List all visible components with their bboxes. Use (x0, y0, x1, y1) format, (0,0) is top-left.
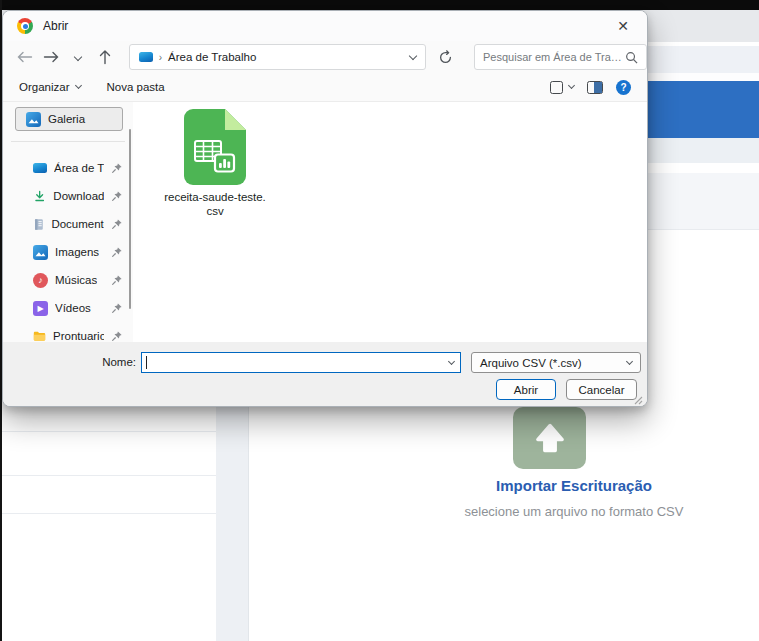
sidebar-item-prontuarios[interactable]: Prontuarios (3, 322, 133, 342)
sidebar-item-downloads[interactable]: Downloads (3, 182, 133, 210)
pin-icon[interactable] (111, 190, 123, 202)
sidebar-scrollbar[interactable] (129, 129, 132, 309)
pin-icon[interactable] (111, 218, 123, 230)
help-button[interactable]: ? (616, 80, 631, 95)
divider (11, 141, 125, 142)
import-title: Importar Escrituração (394, 477, 754, 494)
filetype-value: Arquivo CSV (*.csv) (480, 357, 582, 369)
pin-icon[interactable] (111, 330, 123, 342)
new-folder-button[interactable]: Nova pasta (107, 81, 165, 93)
sidebar-item-label: Vídeos (55, 302, 91, 314)
dialog-content: Galeria Área de Trab Downloads Documento… (3, 102, 647, 342)
pin-icon[interactable] (111, 162, 123, 174)
divider (0, 513, 216, 514)
pin-icon[interactable] (111, 246, 123, 258)
breadcrumb[interactable]: Área de Trabalho (168, 51, 256, 63)
chevron-down-icon (626, 357, 633, 364)
up-icon[interactable] (95, 46, 115, 68)
cancel-button[interactable]: Cancelar (566, 379, 637, 400)
search-icon (625, 51, 638, 64)
breadcrumb-separator: › (159, 52, 162, 63)
sidebar-item-label: Prontuarios (53, 330, 104, 342)
top-black-strip (0, 0, 759, 10)
dialog-sidebar: Galeria Área de Trab Downloads Documento… (3, 102, 133, 342)
image-icon (26, 112, 41, 127)
import-subtitle: selecione um arquivo no formato CSV (394, 504, 754, 519)
page-sidebar: Plano de Contas Escrituração Avalie este… (0, 395, 216, 641)
search-placeholder: Pesquisar em Área de Traba... (483, 51, 625, 63)
dialog-titlebar: Abrir ✕ (3, 11, 647, 41)
resize-grip[interactable] (634, 396, 643, 405)
upload-icon[interactable] (513, 407, 586, 469)
download-icon (33, 189, 46, 204)
organize-label: Organizar (19, 81, 70, 93)
open-button-label: Abrir (514, 384, 538, 396)
folder-icon (33, 329, 46, 342)
search-input[interactable]: Pesquisar em Área de Traba... (474, 44, 647, 70)
csv-file-icon (184, 109, 246, 185)
preview-pane-icon (587, 81, 603, 94)
chevron-down-icon (74, 82, 81, 89)
open-button[interactable]: Abrir (496, 379, 556, 400)
sidebar-item-pictures[interactable]: Imagens (3, 238, 133, 266)
address-dropdown-icon[interactable] (409, 51, 417, 59)
music-icon: ♪ (33, 273, 48, 288)
organize-button[interactable]: Organizar (19, 81, 81, 93)
up-arrow-icon (527, 417, 573, 459)
filename-label: Nome: (96, 356, 136, 368)
pin-icon[interactable] (111, 274, 123, 286)
pin-icon[interactable] (111, 302, 123, 314)
cancel-button-label: Cancelar (578, 384, 624, 396)
filename-input[interactable] (141, 352, 461, 373)
desktop-icon (33, 163, 47, 174)
sidebar-item-videos[interactable]: ▶ Vídeos (3, 294, 133, 322)
file-item-csv[interactable]: receita-saude-teste.csv (153, 109, 277, 219)
views-icon (550, 81, 563, 94)
new-folder-label: Nova pasta (107, 81, 165, 93)
page-gutter (216, 400, 248, 641)
open-file-dialog: Abrir ✕ › Área de Trabalho (2, 10, 648, 407)
document-icon (33, 217, 44, 232)
sidebar-item-music[interactable]: ♪ Músicas (3, 266, 133, 294)
chevron-down-icon (448, 357, 455, 364)
filetype-select[interactable]: Arquivo CSV (*.csv) (471, 352, 641, 373)
address-bar[interactable]: › Área de Trabalho (129, 44, 427, 70)
back-icon[interactable] (15, 46, 35, 68)
sidebar-item-label: Downloads (53, 190, 104, 202)
dialog-navbar: › Área de Trabalho Pesquisar em Área de … (3, 41, 647, 73)
help-icon: ? (616, 80, 631, 95)
sidebar-item-documents[interactable]: Documentos (3, 210, 133, 238)
page-content-card (248, 400, 759, 641)
file-name: receita-saude-teste.csv (163, 190, 267, 219)
divider (0, 431, 216, 432)
gallery-label: Galeria (48, 113, 85, 125)
text-caret (146, 356, 147, 369)
sidebar-item-label: Documentos (51, 218, 104, 230)
file-list[interactable]: receita-saude-teste.csv (133, 102, 647, 342)
chevron-down-icon (568, 82, 575, 89)
forward-icon[interactable] (42, 46, 62, 68)
sidebar-item-label: Área de Trab (54, 162, 104, 174)
sidebar-item-label: Músicas (55, 274, 97, 286)
dialog-title: Abrir (43, 19, 68, 33)
refresh-icon[interactable] (435, 46, 455, 68)
image-icon (33, 245, 48, 260)
desktop-icon (139, 52, 153, 63)
views-button[interactable] (550, 81, 574, 94)
dialog-toolbar: Organizar Nova pasta ? (3, 73, 647, 102)
sidebar-item-gallery[interactable]: Galeria (15, 107, 123, 131)
sidebar-item-desktop[interactable]: Área de Trab (3, 154, 133, 182)
sidebar-item-label: Imagens (55, 246, 99, 258)
dialog-footer: Nome: Arquivo CSV (*.csv) Abrir Cancelar (3, 342, 647, 407)
recent-locations-chevron-icon[interactable] (68, 46, 88, 68)
close-icon[interactable]: ✕ (612, 16, 634, 36)
divider (0, 475, 216, 476)
preview-pane-button[interactable] (587, 81, 603, 94)
video-icon: ▶ (33, 301, 48, 316)
chrome-icon (17, 18, 33, 34)
screen: Plano de Contas Escrituração Avalie este… (0, 0, 759, 641)
